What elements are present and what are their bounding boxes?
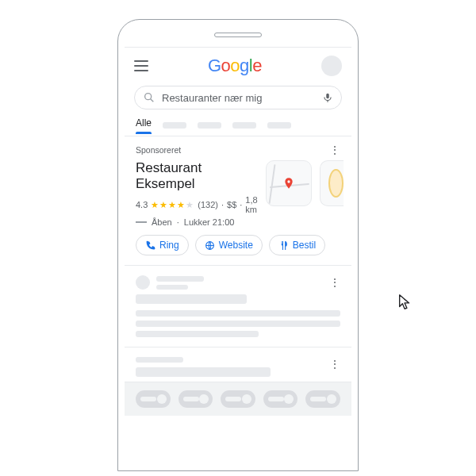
website-label: Website — [219, 240, 253, 251]
rating-row: 4.3 ★★★★★ (132) · $$ · 1,8 km — [136, 195, 258, 214]
closing-time: Lukker 21:00 — [184, 217, 235, 227]
avatar[interactable] — [321, 56, 342, 76]
svg-point-0 — [145, 94, 152, 100]
search-bar[interactable] — [134, 86, 342, 109]
sponsored-label: Sponsoreret — [136, 145, 181, 155]
distance: 1,8 km — [245, 195, 257, 214]
map-thumbnail[interactable] — [266, 160, 312, 206]
website-button[interactable]: Website — [195, 235, 263, 255]
top-bar: Google — [125, 48, 351, 79]
placeholder-line — [156, 285, 188, 290]
phone-speaker — [214, 33, 262, 37]
order-button[interactable]: Bestil — [269, 235, 325, 255]
carousel-item[interactable] — [178, 390, 213, 408]
search-result[interactable]: ⋮ — [125, 347, 351, 382]
overflow-icon[interactable]: ⋮ — [329, 144, 340, 155]
carousel-item[interactable] — [305, 390, 340, 408]
call-button[interactable]: Ring — [136, 235, 189, 255]
menu-icon[interactable] — [134, 60, 148, 71]
placeholder-title — [136, 367, 271, 377]
placeholder-line — [136, 331, 259, 337]
dash-icon — [136, 221, 147, 223]
tab-all[interactable]: Alle — [136, 117, 152, 133]
overflow-icon[interactable]: ⋮ — [329, 277, 340, 288]
separator-dot: · — [240, 200, 242, 209]
open-status: Åben — [152, 217, 172, 227]
tab-placeholder[interactable] — [267, 122, 291, 129]
separator-dot: · — [221, 200, 224, 209]
placeholder-line — [156, 276, 204, 282]
carousel-item[interactable] — [263, 390, 298, 408]
photo-thumbnail[interactable] — [320, 160, 344, 206]
review-count: (132) — [198, 200, 218, 209]
favicon-placeholder — [136, 275, 150, 290]
search-tabs: Alle — [125, 114, 351, 136]
utensils-icon — [278, 240, 289, 251]
tab-placeholder[interactable] — [232, 122, 256, 129]
carousel[interactable] — [125, 382, 351, 416]
search-result[interactable]: ⋮ — [125, 266, 351, 347]
svg-rect-2 — [326, 94, 329, 98]
sponsored-card[interactable]: Sponsoreret ⋮ Restaurant Eksempel 4.3 ★★… — [125, 136, 351, 266]
google-logo[interactable]: Google — [208, 56, 262, 76]
mic-icon[interactable] — [322, 91, 333, 104]
hours-row: Åben · Lukker 21:00 — [136, 217, 258, 227]
screen: Google Alle Sponsoreret ⋮ — [125, 47, 351, 470]
placeholder-title — [136, 294, 247, 304]
stars-icon: ★★★★★ — [151, 200, 194, 210]
phone-frame: Google Alle Sponsoreret ⋮ — [117, 19, 359, 471]
phone-icon — [145, 240, 155, 251]
svg-point-4 — [287, 180, 290, 182]
food-icon — [328, 169, 344, 198]
overflow-icon[interactable]: ⋮ — [329, 359, 340, 370]
search-icon — [143, 91, 155, 104]
pin-icon — [282, 177, 295, 190]
placeholder-line — [136, 357, 183, 363]
placeholder-line — [136, 310, 340, 317]
action-row: Ring Website Bestil — [136, 235, 340, 255]
tab-placeholder[interactable] — [198, 122, 221, 129]
call-label: Ring — [159, 240, 179, 251]
separator-dot: · — [177, 217, 179, 227]
cursor-icon — [397, 294, 414, 311]
svg-line-1 — [151, 99, 154, 102]
search-input[interactable] — [162, 92, 316, 104]
price-level: $$ — [227, 200, 236, 209]
globe-icon — [205, 240, 215, 251]
carousel-item[interactable] — [136, 390, 171, 408]
tab-placeholder[interactable] — [163, 122, 186, 129]
business-name[interactable]: Restaurant Eksempel — [136, 160, 258, 192]
placeholder-line — [136, 321, 340, 327]
order-label: Bestil — [293, 240, 316, 251]
carousel-item[interactable] — [221, 390, 255, 408]
rating-value: 4.3 — [136, 200, 148, 209]
